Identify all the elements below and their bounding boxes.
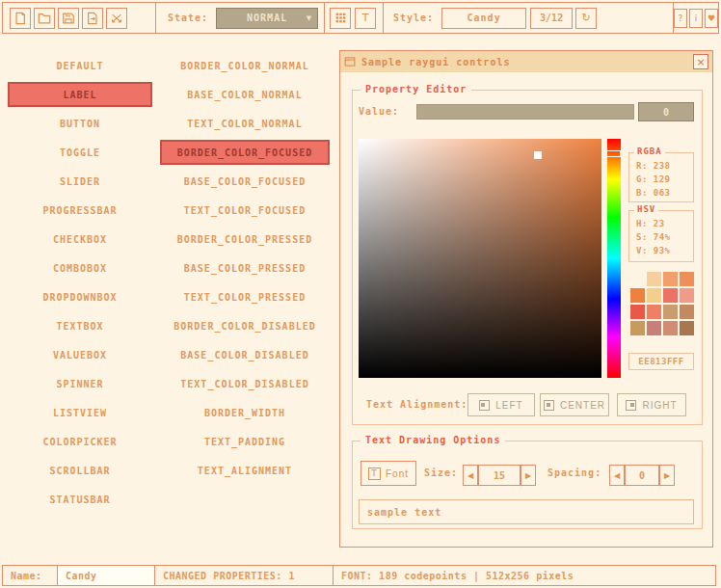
open-style-button[interactable] bbox=[34, 8, 55, 29]
palette-swatch[interactable] bbox=[647, 272, 661, 286]
controls-list-item[interactable]: PROGRESSBAR bbox=[8, 198, 152, 223]
sample-controls-window: Sample raygui controls × Property Editor… bbox=[339, 50, 713, 548]
controls-list-item[interactable]: SLIDER bbox=[8, 169, 152, 194]
controls-list-item[interactable]: DEFAULT bbox=[8, 53, 152, 78]
new-style-button[interactable] bbox=[10, 8, 31, 29]
hue-bar-cursor[interactable] bbox=[606, 150, 621, 157]
color-panel-cursor[interactable] bbox=[534, 151, 542, 159]
align-center-button[interactable]: CENTER bbox=[540, 393, 609, 416]
properties-list-item[interactable]: BORDER_WIDTH bbox=[160, 400, 330, 425]
properties-list-item[interactable]: BASE_COLOR_PRESSED bbox=[160, 255, 330, 281]
controls-list-item[interactable]: LABEL bbox=[8, 82, 152, 107]
hue-bar[interactable] bbox=[607, 139, 621, 378]
hex-value-box[interactable]: EE813FFF bbox=[628, 353, 694, 370]
properties-list-item[interactable]: TEXT_COLOR_FOCUSED bbox=[160, 198, 330, 223]
properties-list-item[interactable]: BORDER_COLOR_PRESSED bbox=[160, 227, 330, 252]
controls-list-item[interactable]: BUTTON bbox=[8, 111, 152, 136]
size-decrement-button[interactable]: ◀ bbox=[463, 465, 478, 486]
palette-swatch[interactable] bbox=[680, 272, 694, 286]
properties-list-item[interactable]: BORDER_COLOR_FOCUSED bbox=[160, 140, 330, 165]
rgba-g-value: G: 129 bbox=[636, 173, 693, 186]
align-right-button[interactable]: RIGHT bbox=[617, 393, 686, 416]
load-font-button[interactable]: T Font bbox=[360, 461, 416, 486]
text-alignment-label: Text Alignment: bbox=[366, 399, 467, 410]
palette-swatch[interactable] bbox=[630, 288, 645, 303]
toolbar-state-section: State: NORMAL ▼ bbox=[155, 2, 325, 34]
random-style-button[interactable] bbox=[106, 8, 127, 29]
properties-list-item[interactable]: TEXT_PADDING bbox=[160, 429, 330, 454]
window-title: Sample raygui controls bbox=[361, 57, 510, 67]
palette-swatch[interactable] bbox=[663, 272, 678, 286]
properties-list-item[interactable]: TEXT_COLOR_NORMAL bbox=[160, 111, 330, 136]
sponsor-button[interactable]: ♥ bbox=[705, 9, 718, 28]
palette-swatch[interactable] bbox=[663, 288, 678, 303]
hsv-title: HSV bbox=[634, 204, 658, 214]
new-file-icon bbox=[13, 12, 27, 25]
align-right-label: RIGHT bbox=[642, 400, 677, 411]
properties-list-item[interactable]: BASE_COLOR_NORMAL bbox=[160, 82, 330, 107]
controls-list-item[interactable]: CHECKBOX bbox=[8, 227, 152, 252]
size-increment-button[interactable]: ▶ bbox=[521, 465, 536, 486]
palette-swatch[interactable] bbox=[630, 321, 645, 335]
align-center-icon bbox=[544, 400, 554, 411]
info-button[interactable]: i bbox=[689, 9, 703, 28]
properties-list-item[interactable]: TEXT_ALIGNMENT bbox=[160, 458, 330, 483]
size-value-box[interactable]: 15 bbox=[478, 465, 521, 486]
value-slider[interactable] bbox=[416, 104, 634, 120]
help-button[interactable]: ? bbox=[674, 9, 687, 28]
palette-swatch[interactable] bbox=[680, 321, 694, 335]
spacing-decrement-button[interactable]: ◀ bbox=[609, 465, 625, 486]
palette-swatch[interactable] bbox=[630, 272, 645, 286]
style-name-input[interactable]: Candy bbox=[57, 565, 155, 586]
state-label: State: bbox=[168, 13, 208, 23]
save-style-button[interactable] bbox=[58, 8, 79, 29]
controls-list-item[interactable]: COMBOBOX bbox=[8, 255, 152, 281]
value-box[interactable]: 0 bbox=[638, 102, 694, 121]
properties-list-item[interactable]: TEXT_COLOR_PRESSED bbox=[160, 284, 330, 309]
left-arrow-icon: ◀ bbox=[467, 471, 473, 480]
heart-icon: ♥ bbox=[708, 13, 715, 23]
name-label-cell: Name: bbox=[2, 565, 58, 586]
controls-list-item[interactable]: DROPDOWNBOX bbox=[8, 284, 152, 309]
state-dropdown[interactable]: NORMAL ▼ bbox=[216, 8, 318, 29]
style-dropdown[interactable]: Candy bbox=[441, 8, 526, 29]
spacing-value-box[interactable]: 0 bbox=[625, 465, 659, 486]
controls-list-item[interactable]: LISTVIEW bbox=[8, 400, 152, 425]
close-window-button[interactable]: × bbox=[693, 54, 708, 69]
palette-swatch[interactable] bbox=[647, 288, 661, 303]
floppy-save-icon bbox=[62, 12, 75, 25]
controls-list-item[interactable]: STATUSBAR bbox=[8, 487, 152, 512]
sample-text-input[interactable]: sample text bbox=[359, 499, 694, 524]
palette-swatch[interactable] bbox=[663, 321, 678, 335]
properties-list-item[interactable]: BORDER_COLOR_DISABLED bbox=[160, 313, 330, 338]
properties-list-item[interactable]: BASE_COLOR_FOCUSED bbox=[160, 169, 330, 194]
spacing-increment-button[interactable]: ▶ bbox=[659, 465, 675, 486]
color-palette bbox=[630, 272, 696, 335]
color-panel[interactable] bbox=[359, 139, 601, 378]
properties-list-item[interactable]: BORDER_COLOR_NORMAL bbox=[160, 53, 330, 78]
controls-list-item[interactable]: COLORPICKER bbox=[8, 429, 152, 454]
palette-swatch[interactable] bbox=[663, 305, 678, 319]
properties-list-item[interactable]: TEXT_COLOR_DISABLED bbox=[160, 371, 330, 396]
palette-swatch[interactable] bbox=[647, 305, 661, 319]
grid-toggle-button[interactable] bbox=[330, 8, 351, 29]
palette-swatch[interactable] bbox=[680, 305, 694, 319]
controls-list-item[interactable]: SPINNER bbox=[8, 371, 152, 396]
export-style-button[interactable] bbox=[82, 8, 103, 29]
palette-swatch[interactable] bbox=[630, 305, 645, 319]
hsv-h-value: H: 23 bbox=[636, 217, 693, 230]
info-icon: i bbox=[695, 13, 698, 23]
palette-swatch[interactable] bbox=[680, 288, 694, 303]
controls-list-item[interactable]: TEXTBOX bbox=[8, 313, 152, 338]
right-arrow-icon: ▶ bbox=[664, 471, 670, 480]
toolbar-style-section: Style: Candy 3/12 ↻ bbox=[383, 2, 674, 34]
window-titlebar[interactable]: Sample raygui controls × bbox=[340, 51, 712, 72]
reload-style-button[interactable]: ↻ bbox=[575, 8, 597, 29]
align-left-button[interactable]: LEFT bbox=[467, 393, 535, 416]
controls-list-item[interactable]: SCROLLBAR bbox=[8, 458, 152, 483]
properties-list-item[interactable]: BASE_COLOR_DISABLED bbox=[160, 342, 330, 367]
text-preview-toggle-button[interactable]: T bbox=[355, 8, 376, 29]
controls-list-item[interactable]: TOGGLE bbox=[8, 140, 152, 165]
controls-list-item[interactable]: VALUEBOX bbox=[8, 342, 152, 367]
palette-swatch[interactable] bbox=[647, 321, 661, 335]
